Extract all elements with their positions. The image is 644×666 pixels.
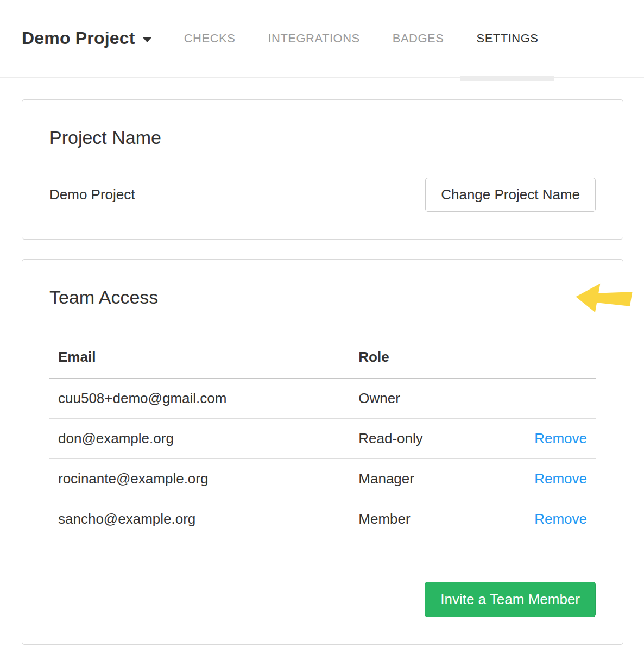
member-role: Owner — [350, 378, 519, 419]
table-header-row: Email Role — [49, 338, 596, 378]
project-title: Demo Project — [22, 28, 135, 48]
column-header-email: Email — [49, 338, 350, 378]
table-row: sancho@example.org Member Remove — [49, 499, 596, 539]
current-project-name: Demo Project — [49, 186, 135, 203]
tab-integrations[interactable]: INTEGRATIONS — [251, 32, 376, 46]
remove-member-link[interactable]: Remove — [534, 470, 587, 487]
project-switcher-dropdown[interactable]: Demo Project — [22, 28, 151, 48]
remove-member-link[interactable]: Remove — [534, 511, 587, 527]
tab-badges[interactable]: BADGES — [376, 32, 460, 46]
settings-page-content: Project Name Demo Project Change Project… — [0, 99, 644, 645]
member-role: Member — [350, 499, 519, 539]
column-header-role: Role — [350, 338, 519, 378]
invite-button-row: Invite a Team Member — [49, 582, 596, 617]
project-name-card: Project Name Demo Project Change Project… — [22, 99, 623, 240]
tab-checks[interactable]: CHECKS — [168, 32, 252, 46]
team-access-card: Team Access Email Role cuu508+demo@gmail… — [22, 259, 623, 645]
tab-settings[interactable]: SETTINGS — [460, 32, 554, 46]
member-email: cuu508+demo@gmail.com — [49, 378, 350, 419]
table-row: don@example.org Read-only Remove — [49, 419, 596, 459]
caret-down-icon — [143, 37, 151, 42]
member-role: Read-only — [350, 419, 519, 459]
member-email: rocinante@example.org — [49, 459, 350, 499]
top-navigation: Demo Project CHECKS INTEGRATIONS BADGES … — [0, 0, 644, 78]
table-row: cuu508+demo@gmail.com Owner — [49, 378, 596, 419]
member-role: Manager — [350, 459, 519, 499]
project-name-card-title: Project Name — [49, 126, 596, 149]
remove-member-link[interactable]: Remove — [534, 430, 587, 447]
table-row: rocinante@example.org Manager Remove — [49, 459, 596, 499]
column-header-action — [519, 338, 596, 378]
member-email: sancho@example.org — [49, 499, 350, 539]
member-email: don@example.org — [49, 419, 350, 459]
team-members-table: Email Role cuu508+demo@gmail.com Owner d… — [49, 338, 596, 539]
member-action — [519, 378, 596, 419]
nav-tabs: CHECKS INTEGRATIONS BADGES SETTINGS — [168, 32, 555, 46]
project-name-row: Demo Project Change Project Name — [49, 178, 596, 212]
invite-team-member-button[interactable]: Invite a Team Member — [425, 582, 596, 617]
change-project-name-button[interactable]: Change Project Name — [425, 178, 596, 212]
team-access-card-title: Team Access — [49, 286, 596, 309]
